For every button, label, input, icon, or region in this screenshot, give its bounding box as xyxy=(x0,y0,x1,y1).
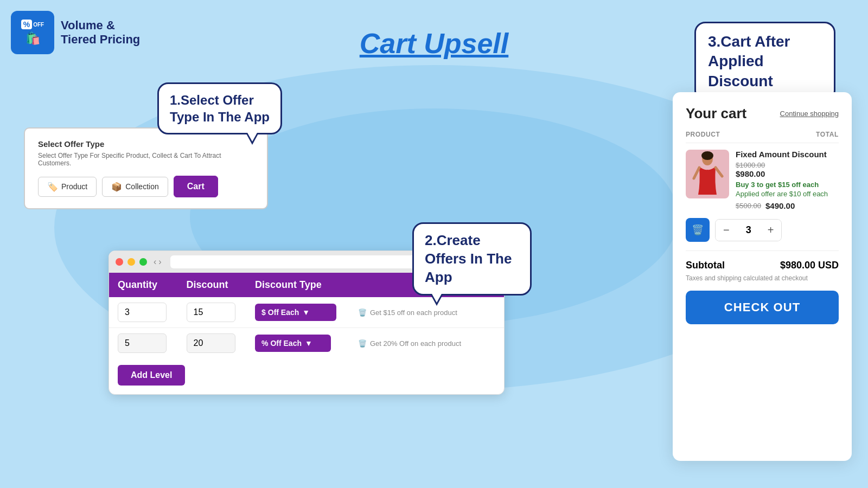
row2-discount-input[interactable] xyxy=(187,333,235,353)
cart-item: Fixed Amount Discount $1000.00 $980.00 B… xyxy=(686,150,839,210)
collection-icon: 📦 xyxy=(111,182,122,192)
row2-type-cell: % Off Each ▼ xyxy=(255,335,358,352)
btn-collection[interactable]: 📦 Collection xyxy=(102,177,168,197)
item-applied-text: Applied offer are $10 off each xyxy=(736,190,839,198)
logo-percent: % xyxy=(21,20,32,29)
row1-qty-cell xyxy=(118,303,187,322)
row2-hint: 🗑️ Get 20% Off on each product xyxy=(358,339,495,348)
item-price-strike: $500.00 xyxy=(736,202,761,210)
page-title: Cart Upsell xyxy=(360,27,509,60)
col-discount-type: Discount Type xyxy=(255,279,358,291)
trash-icon-row1[interactable]: 🗑️ xyxy=(358,309,367,317)
row1-disc-cell xyxy=(187,303,256,322)
app-logo: % OFF 🛍️ xyxy=(11,11,54,54)
offer-type-buttons: 🏷️ Product 📦 Collection Cart xyxy=(38,176,254,197)
dropdown-icon: ▼ xyxy=(302,308,310,317)
bubble-select-offer: 1.Select Offer Type In The App xyxy=(157,82,282,134)
logo-bag-icon: 🛍️ xyxy=(25,31,40,46)
col-discount: Discount xyxy=(187,279,256,291)
bubble-create-offers: 2.Create Offers In The App xyxy=(412,222,532,296)
browser-dot-green xyxy=(139,258,147,266)
cart-controls: 🗑️ − 3 + xyxy=(686,218,839,242)
row2-disc-cell xyxy=(187,333,256,353)
item-price-original: $1000.00 xyxy=(736,161,839,169)
svg-point-2 xyxy=(701,151,713,160)
browser-forward-icon[interactable]: › xyxy=(158,257,161,267)
subtotal-label: Subtotal xyxy=(686,260,725,271)
subtotal-value: $980.00 USD xyxy=(780,260,839,271)
app-header: % OFF 🛍️ Volume & Tiered Pricing xyxy=(11,11,140,54)
btn-product[interactable]: 🏷️ Product xyxy=(38,177,97,197)
qty-display: 3 xyxy=(737,220,760,240)
cart-columns: PRODUCT TOTAL xyxy=(686,131,839,143)
cart-item-image xyxy=(686,150,729,198)
btn-cart[interactable]: Cart xyxy=(174,176,218,197)
row1-hint: 🗑️ Get $15 off on each product xyxy=(358,309,495,317)
continue-shopping-link[interactable]: Continue shopping xyxy=(780,110,839,118)
row1-discount-input[interactable] xyxy=(187,303,235,322)
qty-increase-button[interactable]: + xyxy=(760,220,782,241)
item-name: Fixed Amount Discount xyxy=(736,150,839,159)
product-image-svg xyxy=(688,151,726,197)
cart-panel: Your cart Continue shopping PRODUCT TOTA… xyxy=(673,92,852,461)
col-total-label: TOTAL xyxy=(816,131,839,138)
offer-type-panel: Select Offer Type Select Offer Type For … xyxy=(24,127,268,209)
row2-qty-input[interactable] xyxy=(118,333,167,353)
browser-dot-yellow xyxy=(127,258,135,266)
pricing-row-1: $ Off Each ▼ 🗑️ Get $15 off on each prod… xyxy=(109,297,504,328)
logo-text: Volume & Tiered Pricing xyxy=(61,18,140,47)
checkout-button[interactable]: CHECK OUT xyxy=(686,291,839,324)
add-level-button[interactable]: Add Level xyxy=(118,365,185,386)
cart-divider xyxy=(686,251,839,251)
trash-icon-cart: 🗑️ xyxy=(692,224,704,236)
dropdown-icon-2: ▼ xyxy=(305,339,312,348)
browser-dot-red xyxy=(116,258,123,266)
qty-decrease-button[interactable]: − xyxy=(716,220,737,241)
item-offer-text: Buy 3 to get $15 off each xyxy=(736,181,839,189)
offer-panel-desc: Select Offer Type For Specific Product, … xyxy=(38,152,254,167)
quantity-control: − 3 + xyxy=(715,219,782,241)
tax-note: Taxes and shipping calculated at checkou… xyxy=(686,274,839,282)
cart-item-details: Fixed Amount Discount $1000.00 $980.00 B… xyxy=(736,150,839,210)
cart-header: Your cart Continue shopping xyxy=(686,105,839,122)
row1-discount-type-select[interactable]: $ Off Each ▼ xyxy=(255,304,336,321)
row1-qty-input[interactable] xyxy=(118,303,167,322)
logo-off: OFF xyxy=(33,22,44,28)
item-prices-row: $500.00 $490.00 xyxy=(736,201,839,210)
row1-type-cell: $ Off Each ▼ xyxy=(255,304,358,321)
item-price-final: $490.00 xyxy=(765,201,795,210)
browser-back-icon[interactable]: ‹ xyxy=(154,257,156,267)
subtotal-row: Subtotal $980.00 USD xyxy=(686,260,839,271)
col-product-label: PRODUCT xyxy=(686,131,720,138)
row2-discount-type-select[interactable]: % Off Each ▼ xyxy=(255,335,331,352)
browser-nav[interactable]: ‹ › xyxy=(154,257,162,267)
delete-item-button[interactable]: 🗑️ xyxy=(686,218,710,242)
trash-icon-row2[interactable]: 🗑️ xyxy=(358,339,367,348)
product-icon: 🏷️ xyxy=(47,182,58,192)
bubble-cart-after-discount: 3.Cart After Applied Discount xyxy=(694,22,835,101)
row2-qty-cell xyxy=(118,333,187,353)
pricing-row-2: % Off Each ▼ 🗑️ Get 20% Off on each prod… xyxy=(109,328,504,358)
offer-panel-title: Select Offer Type xyxy=(38,139,254,149)
item-price-discounted: $980.00 xyxy=(736,169,839,178)
col-quantity: Quantity xyxy=(118,279,187,291)
